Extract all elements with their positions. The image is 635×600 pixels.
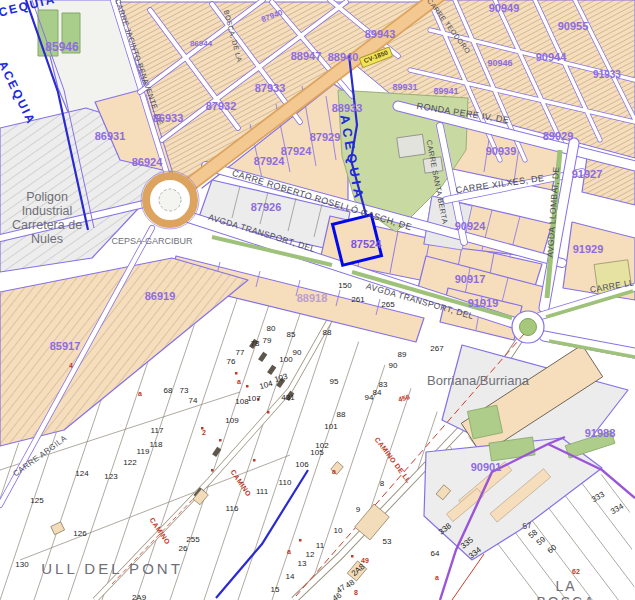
base-map-graphics (0, 0, 635, 600)
selected-parcel-highlight[interactable] (333, 215, 382, 265)
roundabout-east (512, 311, 544, 343)
roundabout-west (141, 171, 199, 229)
park-rect-2 (62, 13, 80, 53)
cadastral-map-viewport[interactable]: CV-1850 ACEQUIAACEQUIAACEQUIACARRE JACIN… (0, 0, 635, 600)
park-rect-1 (38, 10, 58, 56)
